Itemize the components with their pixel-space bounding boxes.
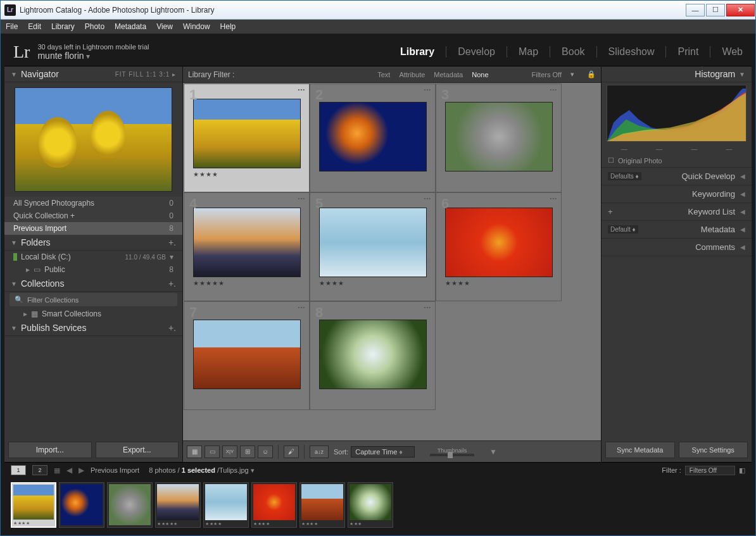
add-publish-icon[interactable]: +. [168,323,176,333]
import-button[interactable]: Import... [8,442,92,458]
thumbnail[interactable] [445,208,553,277]
filmstrip-cell[interactable]: ★★★ [348,482,393,528]
keyword-list-header[interactable]: + Keyword List ◀ [602,203,752,221]
filmstrip-cell[interactable] [59,482,104,528]
filmstrip-cell[interactable]: ★★★★ [251,482,297,528]
checkbox-icon[interactable]: ☐ [608,156,614,165]
module-slideshow[interactable]: Slideshow [608,46,655,58]
add-collection-icon[interactable]: +. [168,278,176,289]
smart-collections-row[interactable]: ▸ ▦ Smart Collections [4,308,182,320]
toolbar-menu-icon[interactable]: ▼ [489,447,497,456]
sort-select[interactable]: Capture Time ♦ [351,446,415,458]
sync-settings-button[interactable]: Sync Settings [679,442,748,458]
expand-icon[interactable]: ▸ [26,265,30,274]
filmstrip-thumb[interactable] [109,484,151,525]
grid-view-button[interactable]: ▦ [187,446,202,458]
folders-header[interactable]: ▼ Folders +. [4,235,182,251]
compare-view-button[interactable]: X|Y [222,446,237,458]
comments-header[interactable]: Comments ◀ [602,239,752,256]
people-view-button[interactable]: ☺ [258,446,273,458]
original-photo-row[interactable]: ☐ Original Photo [602,154,752,168]
back-button[interactable]: ◀ [66,466,72,475]
menu-view[interactable]: View [156,22,173,31]
filter-switch-icon[interactable]: ◧ [739,466,745,475]
menu-help[interactable]: Help [220,22,236,31]
export-button[interactable]: Export... [96,442,179,458]
grid-cell[interactable]: 8 ••• [310,301,436,410]
module-book[interactable]: Book [562,46,584,58]
grid-cell[interactable]: 7 ••• [184,301,310,410]
preset-select[interactable]: Defaults ♦ [608,172,641,180]
sync-metadata-button[interactable]: Sync Metadata [605,442,675,458]
thumbnail[interactable] [319,320,427,389]
grid-view[interactable]: 1 ••• ★★★★2 ••• 3 ••• 4 ••• ★★★★★5 ••• ★… [183,83,601,440]
forward-button[interactable]: ▶ [79,466,84,475]
rating-stars[interactable]: ★★★★ [193,171,218,178]
menu-edit[interactable]: Edit [28,22,41,31]
quick-develop-header[interactable]: Defaults ♦ Quick Develop ◀ [602,168,752,185]
rating-stars[interactable]: ★★★★★ [193,280,225,287]
add-keyword-icon[interactable]: + [608,207,613,216]
painter-tool[interactable]: 🖌 [284,446,299,458]
grid-cell[interactable]: 2 ••• [310,84,436,192]
thumbnail[interactable] [445,102,553,171]
histogram-display[interactable] [607,85,747,142]
filmstrip-cell[interactable]: ★★★★ [11,482,56,528]
rating-stars[interactable]: ★★★★ [319,280,344,287]
thumbnail[interactable] [319,208,427,277]
grid-cell[interactable]: 4 ••• ★★★★★ [184,192,310,301]
navigator-preview[interactable] [15,87,172,192]
menu-metadata[interactable]: Metadata [115,22,146,31]
survey-view-button[interactable]: ⊞ [240,446,255,458]
histogram-header[interactable]: Histogram ▼ [602,66,752,82]
filmstrip-thumb[interactable] [205,484,247,520]
user-menu-arrow[interactable]: ▾ [86,52,90,61]
filmstrip-thumb[interactable] [13,485,54,520]
module-print[interactable]: Print [677,46,698,58]
loupe-view-button[interactable]: ▭ [205,446,220,458]
folder-row[interactable]: ▸ ▭ Public 8 [4,263,182,276]
close-button[interactable]: ✕ [726,4,755,16]
filmstrip-thumb[interactable] [157,484,199,520]
metadata-header[interactable]: Default ♦ Metadata ◀ [602,221,752,239]
filmstrip-thumb[interactable] [253,484,295,520]
expand-icon[interactable]: ▸ [23,309,27,318]
filmstrip-thumb[interactable] [350,484,391,520]
breadcrumb-source[interactable]: Previous Import [91,466,139,474]
filmstrip-thumbnails[interactable]: ★★★★★★★★★★★★★★★★★★★★★★★★ [4,478,752,532]
grid-cell[interactable]: 1 ••• ★★★★ [184,84,310,192]
add-folder-icon[interactable]: +. [168,237,176,247]
thumbnail-size-slider[interactable] [430,454,474,456]
lock-icon[interactable]: 🔒 [587,70,596,78]
thumbnail[interactable] [193,99,301,168]
keywording-header[interactable]: Keywording ◀ [602,185,752,203]
grid-shortcut-icon[interactable]: ▦ [54,466,60,475]
thumbnail[interactable] [193,320,301,389]
volume-row[interactable]: Local Disk (C:) 11.0 / 49.4 GB ▾ [4,251,182,263]
thumbnail[interactable] [319,102,427,171]
filmstrip-cell[interactable] [107,482,153,528]
filmstrip-thumb[interactable] [61,484,103,525]
filter-attribute[interactable]: Attribute [399,71,425,78]
filmstrip-cell[interactable]: ★★★★ [299,482,345,528]
menu-window[interactable]: Window [183,22,210,31]
chevron-down-icon[interactable]: ▾ [170,252,173,261]
menu-file[interactable]: File [6,22,18,31]
grid-cell[interactable]: 3 ••• [436,84,562,192]
menu-photo[interactable]: Photo [85,22,104,31]
filter-none[interactable]: None [472,71,488,78]
sort-direction-button[interactable]: a↓z [310,446,329,458]
filter-text[interactable]: Text [377,71,390,78]
filmstrip-cell[interactable]: ★★★★ [203,482,249,528]
module-map[interactable]: Map [519,46,538,58]
module-library[interactable]: Library [400,46,434,58]
grid-cell[interactable]: 5 ••• ★★★★ [310,192,436,301]
catalog-row[interactable]: Previous Import8 [4,222,182,235]
filmstrip-thumb[interactable] [301,484,343,520]
secondary-display-button[interactable]: 2 [32,465,47,475]
filter-metadata[interactable]: Metadata [434,71,463,78]
collections-header[interactable]: ▼ Collections +. [4,276,182,292]
metadata-preset-select[interactable]: Default ♦ [608,225,638,234]
minimize-button[interactable]: — [686,4,705,16]
catalog-row[interactable]: Quick Collection +0 [4,209,182,222]
